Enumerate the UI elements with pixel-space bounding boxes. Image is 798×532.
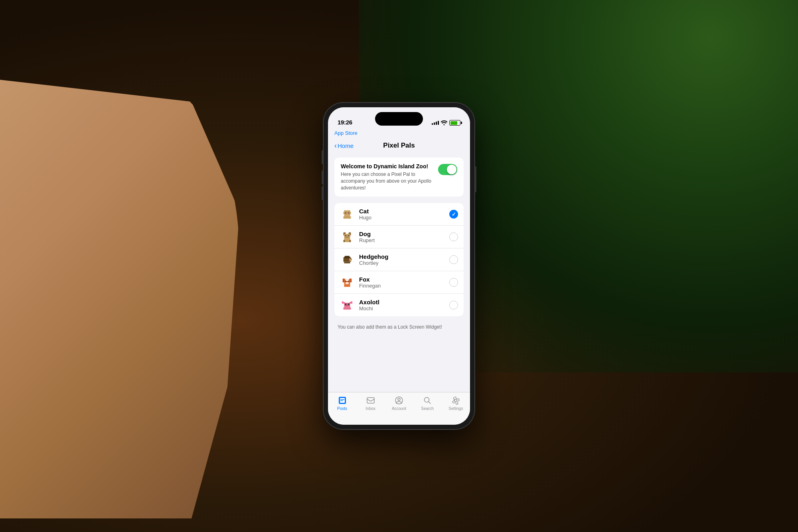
back-button[interactable]: ‹ Home	[334, 142, 354, 150]
svg-rect-19	[350, 240, 351, 242]
welcome-title: Welcome to Dynamic Island Zoo!	[341, 163, 433, 169]
signal-dot-3	[436, 122, 437, 125]
wifi-icon	[441, 120, 447, 125]
svg-rect-7	[346, 214, 348, 215]
signal-dot-4	[438, 121, 439, 125]
hedgehog-name: Chortley	[359, 260, 444, 266]
phone-wrapper: 19:26 Ap	[323, 102, 475, 430]
svg-rect-34	[346, 282, 349, 284]
phone-device: 19:26 Ap	[323, 102, 475, 430]
svg-rect-13	[344, 234, 350, 239]
svg-rect-5	[345, 213, 346, 214]
svg-rect-22	[345, 256, 349, 258]
svg-rect-44	[344, 307, 351, 310]
status-icons	[432, 120, 460, 126]
axolotl-type: Axolotl	[359, 299, 444, 305]
tab-bar: Posts Inbox	[328, 392, 470, 425]
settings-tab-icon	[451, 396, 460, 405]
signal-dots	[432, 121, 439, 125]
account-tab-label: Account	[392, 406, 406, 411]
navigation-bar: ‹ Home Pixel Pals	[328, 137, 470, 154]
cat-emoji	[340, 207, 354, 221]
back-button-label: Home	[338, 142, 354, 149]
search-tab-label: Search	[421, 406, 434, 411]
svg-rect-25	[350, 258, 351, 259]
cat-radio-selected[interactable]	[449, 210, 458, 219]
svg-rect-32	[348, 281, 350, 282]
svg-rect-18	[344, 240, 345, 242]
welcome-card: Welcome to Dynamic Island Zoo! Here you …	[334, 158, 464, 197]
animal-item-cat[interactable]: Cat Hugo	[334, 203, 464, 226]
cat-info: Cat Hugo	[359, 208, 444, 221]
dog-type: Dog	[359, 231, 444, 237]
dog-info: Dog Rupert	[359, 231, 444, 243]
axolotl-emoji	[340, 298, 354, 312]
toggle-thumb	[447, 165, 456, 174]
fox-emoji	[340, 275, 354, 290]
hedgehog-type: Hedgehog	[359, 253, 444, 260]
animal-item-axolotl[interactable]: Axolotl Mochi	[334, 294, 464, 316]
svg-rect-35	[344, 285, 350, 287]
fox-type: Fox	[359, 276, 444, 283]
fox-info: Fox Finnegan	[359, 276, 444, 289]
cat-name: Hugo	[359, 215, 444, 221]
phone-screen: 19:26 Ap	[328, 107, 470, 425]
svg-rect-8	[344, 216, 350, 219]
svg-rect-43	[346, 305, 349, 306]
svg-rect-2	[350, 212, 351, 215]
tab-inbox[interactable]: Inbox	[361, 396, 381, 411]
settings-tab-label: Settings	[448, 406, 463, 411]
svg-rect-47	[340, 399, 344, 400]
app-store-back[interactable]: App Store	[334, 130, 358, 136]
signal-dot-2	[434, 122, 435, 125]
inbox-tab-label: Inbox	[366, 406, 375, 411]
dog-radio-empty[interactable]	[449, 233, 458, 241]
svg-rect-33	[346, 280, 349, 281]
hedgehog-radio-empty[interactable]	[449, 255, 458, 264]
axolotl-info: Axolotl Mochi	[359, 299, 444, 311]
svg-rect-39	[342, 301, 344, 304]
fox-name: Finnegan	[359, 283, 444, 289]
status-time: 19:26	[338, 119, 352, 126]
animal-item-dog[interactable]: Dog Rupert	[334, 226, 464, 248]
svg-rect-42	[348, 304, 350, 305]
axolotl-radio-empty[interactable]	[449, 301, 458, 309]
page-title: Pixel Pals	[383, 142, 415, 150]
svg-rect-49	[367, 398, 374, 403]
svg-rect-15	[348, 236, 350, 236]
animal-item-hedgehog[interactable]: Hedgehog Chortley	[334, 248, 464, 271]
back-chevron-icon: ‹	[334, 142, 337, 150]
svg-rect-3	[344, 211, 346, 212]
svg-rect-41	[345, 304, 346, 305]
fox-radio-empty[interactable]	[449, 278, 458, 287]
svg-rect-31	[345, 281, 346, 282]
hand-overlay	[0, 80, 239, 518]
hedgehog-emoji	[340, 252, 354, 267]
posts-tab-label: Posts	[337, 406, 347, 411]
svg-rect-14	[345, 236, 346, 236]
svg-rect-6	[348, 213, 350, 214]
tab-search[interactable]: Search	[417, 396, 437, 411]
animal-item-fox[interactable]: Fox Finnegan	[334, 271, 464, 294]
signal-dot-1	[432, 123, 433, 125]
svg-point-54	[454, 399, 457, 402]
tab-account[interactable]: Account	[389, 396, 409, 411]
svg-rect-9	[344, 217, 345, 219]
axolotl-name: Mochi	[359, 305, 444, 311]
enable-toggle[interactable]	[438, 164, 457, 175]
svg-rect-17	[344, 239, 350, 242]
tab-settings[interactable]: Settings	[446, 396, 466, 411]
svg-rect-4	[349, 211, 350, 212]
svg-rect-26	[351, 259, 352, 260]
dynamic-island	[375, 112, 423, 126]
battery-icon	[449, 120, 460, 126]
hedgehog-info: Hedgehog Chortley	[359, 253, 444, 266]
animals-list: Cat Hugo	[334, 203, 464, 316]
tab-posts[interactable]: Posts	[332, 396, 352, 411]
svg-point-51	[398, 398, 400, 401]
svg-rect-40	[351, 301, 352, 304]
svg-rect-48	[340, 400, 343, 401]
battery-fill	[450, 121, 457, 125]
dog-emoji	[340, 230, 354, 244]
welcome-text: Welcome to Dynamic Island Zoo! Here you …	[341, 163, 433, 191]
